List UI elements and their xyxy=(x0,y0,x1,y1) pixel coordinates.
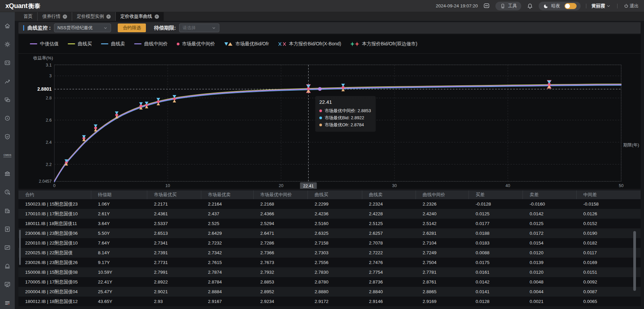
table-cell: 2.8865 xyxy=(416,287,469,297)
table-row[interactable]: 150023.IB | 15附息国债231.06Y2.21712.21642.2… xyxy=(18,199,641,209)
table-cell: 2.2326 xyxy=(416,199,469,209)
table-cell: 0.0092 xyxy=(577,277,641,287)
tab-债券行情[interactable]: 债券行情× xyxy=(37,12,72,21)
table-row[interactable]: 220010.IB | 22附息国债107.64Y2.73412.72322.7… xyxy=(18,238,641,248)
table-scrollbar-right[interactable] xyxy=(633,231,636,291)
sidebar-code-icon[interactable] xyxy=(4,59,11,67)
theme-toggle[interactable] xyxy=(565,3,577,9)
legend-item-市场最优中间价[interactable]: 市场最优中间价 xyxy=(177,41,215,47)
table-cell: 2.4366 xyxy=(254,209,308,219)
user-menu[interactable]: 黄丽霞 xyxy=(592,3,612,9)
sidebar-transfer-icon[interactable] xyxy=(4,96,11,103)
legend-label: 本方报价Bid/Ofr(双边做市) xyxy=(362,41,417,47)
table-cell: 0.0087 xyxy=(577,287,641,297)
table-cell: 2.7754 xyxy=(362,267,416,277)
table-cell: 0.0141 xyxy=(469,287,523,297)
tab-close-icon[interactable]: × xyxy=(106,14,111,19)
sidebar-building-icon[interactable] xyxy=(4,207,11,214)
table-cell: 2.2324 xyxy=(362,199,416,209)
tooltip-text: 市场最优中间价: 2.8853 xyxy=(325,107,371,114)
table-cell: 2.6513 xyxy=(147,228,201,238)
legend-label: 市场最优中间价 xyxy=(182,41,215,47)
table-row[interactable]: 170010.IB | 17附息国债102.61Y2.43612.4372.43… xyxy=(18,209,641,219)
table-cell: 0.0151 xyxy=(577,267,641,277)
table-cell: 2.5294 xyxy=(254,219,308,228)
table-cell: 2.9167 xyxy=(201,297,254,306)
table-cell: 2.8880 xyxy=(308,287,362,297)
svg-text:20: 20 xyxy=(279,183,283,188)
tab-label: 定价模型实例 xyxy=(77,13,104,19)
table-cell: 2.7781 xyxy=(416,267,469,277)
tenor-select[interactable]: 请选择 xyxy=(179,24,219,32)
table-cell: 2.9234 xyxy=(254,297,308,306)
sidebar-cmds-icon[interactable]: CMDS xyxy=(4,151,11,159)
sidebar-target-icon[interactable] xyxy=(4,115,11,122)
sidebar-trend-icon[interactable] xyxy=(4,78,11,85)
sidebar-alarm-icon[interactable] xyxy=(4,262,11,270)
legend-item-本方报价Bid/Ofr(双边做市)[interactable]: 本方报价Bid/Ofr(双边做市) xyxy=(350,41,417,47)
tab-定价收益率曲线[interactable]: 定价收益率曲线× xyxy=(115,12,164,21)
table-cell: 43.65Y xyxy=(91,297,147,306)
sidebar-shield-icon[interactable] xyxy=(4,133,11,140)
table-cell: 230006.IB | 23附息国债06 xyxy=(18,228,91,238)
column-header: 中间差 xyxy=(577,190,641,199)
column-header: 曲线卖 xyxy=(362,190,416,199)
tooltip-title: 22.41 xyxy=(319,99,371,105)
column-header: 买差 xyxy=(469,190,523,199)
legend-item-市场最优Bid/Ofr[interactable]: 市场最优Bid/Ofr xyxy=(224,41,269,47)
table-row[interactable]: 230006.IB | 23附息国债065.50Y2.65132.64292.6… xyxy=(18,228,641,238)
table-row[interactable]: 220025.IB | 22附息国债8.14Y2.73912.73422.736… xyxy=(18,248,641,258)
table-cell: 2.7078 xyxy=(362,238,416,248)
table-row[interactable]: 180011.IB | 18附息国债113.64Y2.53372.5252.52… xyxy=(18,219,641,228)
table-cell: 2.7504 xyxy=(416,258,469,267)
svg-text:10: 10 xyxy=(165,183,170,188)
table-cell: 0.0172 xyxy=(523,228,577,238)
curve-monitor-value: NSS货币经纪最优 xyxy=(57,25,103,31)
sidebar-settings-icon[interactable] xyxy=(4,41,11,48)
svg-text:50: 50 xyxy=(619,183,624,188)
tab-定价模型实例[interactable]: 定价模型实例× xyxy=(72,12,115,21)
table-row[interactable]: 150008.IB | 15附息国债0810.59Y2.79912.78742.… xyxy=(18,267,641,277)
table-row[interactable]: 230026.IB | 23附息国债269.17Y2.77312.76152.7… xyxy=(18,258,641,267)
table-cell: 2.8884 xyxy=(201,287,254,297)
table-cell: 0.0117 xyxy=(577,248,641,258)
table-row[interactable]: 200004.IB | 20附息国债0425.47Y2.90212.88842.… xyxy=(18,287,641,297)
sidebar-invoice-icon[interactable] xyxy=(4,225,11,233)
logout-button[interactable]: 退出 xyxy=(623,3,639,9)
table-scrollbar-left[interactable] xyxy=(19,230,21,265)
bell-icon[interactable] xyxy=(527,3,533,9)
tools-button[interactable]: 工具 xyxy=(495,2,521,10)
tab-close-icon[interactable]: × xyxy=(155,14,159,19)
sidebar-presentation-icon[interactable] xyxy=(4,281,11,288)
legend-item-曲线中间价[interactable]: 曲线中间价 xyxy=(134,41,168,47)
table-cell: 2.7391 xyxy=(147,248,201,258)
svg-text:0: 0 xyxy=(53,183,56,188)
legend-item-中债估值[interactable]: 中债估值 xyxy=(30,41,59,47)
svg-text:30: 30 xyxy=(392,183,397,188)
table-cell: 8.14Y xyxy=(91,248,147,258)
contract-filter-button[interactable]: 合约筛选 xyxy=(118,24,146,32)
table-cell: 5.50Y xyxy=(91,228,147,238)
tab-close-icon[interactable]: × xyxy=(63,14,67,19)
legend-label: 曲线中间价 xyxy=(144,41,168,47)
sidebar-home-icon[interactable] xyxy=(4,22,11,30)
legend-item-曲线卖[interactable]: 曲线卖 xyxy=(101,41,125,47)
theme-switch[interactable]: 暗夜 xyxy=(539,2,581,10)
table-cell: 0.0125 xyxy=(523,219,577,228)
sidebar-bank-icon[interactable] xyxy=(4,170,11,177)
message-icon[interactable] xyxy=(483,3,490,9)
svg-text:2.6: 2.6 xyxy=(46,118,52,123)
sidebar-chart-board-icon[interactable] xyxy=(4,244,11,251)
svg-text:$: $ xyxy=(9,193,10,195)
sidebar-menu-icon[interactable] xyxy=(4,299,11,307)
legend-item-本方报价Bid/Ofr(X-Bond)[interactable]: 本方报价Bid/Ofr(X-Bond) xyxy=(278,41,341,47)
table-cell: 2.4240 xyxy=(416,209,469,219)
table-row[interactable]: 170005.IB | 17附息国债0522.41Y2.89222.87842.… xyxy=(18,277,641,287)
sidebar-coin-icon[interactable]: $ xyxy=(4,188,11,196)
table-cell: 2.6281 xyxy=(416,228,469,238)
legend-item-曲线买[interactable]: 曲线买 xyxy=(68,41,92,47)
curve-monitor-select[interactable]: NSS货币经纪最优 xyxy=(54,24,111,32)
table-row[interactable]: 180012.IB | 18附息国债1243.65Y2.932.91672.92… xyxy=(18,297,641,306)
tab-首页[interactable]: 首页 xyxy=(19,12,37,21)
svg-text:收益率(%): 收益率(%) xyxy=(33,55,53,60)
